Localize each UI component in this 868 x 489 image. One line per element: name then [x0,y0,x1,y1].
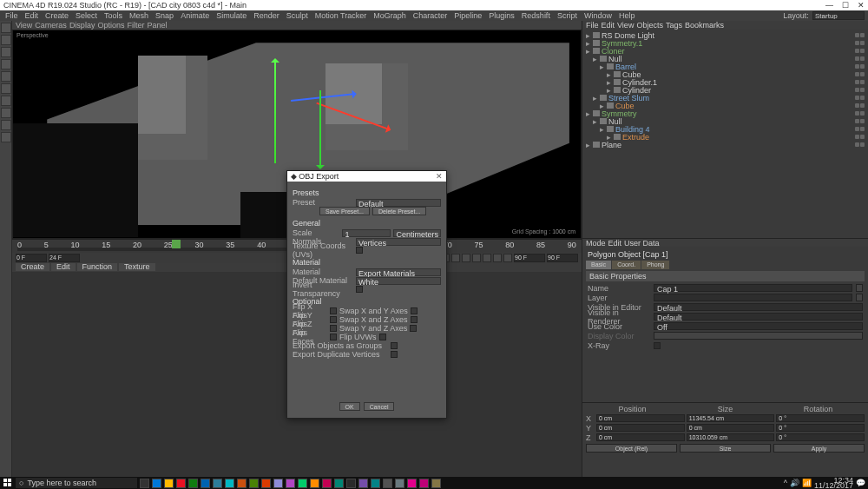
tool-move[interactable] [1,35,11,45]
expand-icon[interactable]: ▸ [586,47,593,56]
menu-render[interactable]: Render [252,11,281,20]
object-manager-tree[interactable]: ▸RS Dome Light▸Symmetry.1▸Cloner▸Null▸Ba… [582,30,868,238]
menu-animate[interactable]: Animate [179,11,211,20]
swapyz-checkbox[interactable] [410,325,417,332]
key-pos-button[interactable] [462,254,470,262]
object-tree-item[interactable]: ▸Symmetry [582,109,868,117]
attr-layer-spin[interactable] [856,294,863,301]
taskbar-app[interactable] [298,479,307,488]
object-visibility-dots[interactable] [855,135,865,139]
attr-vis-renderer-dropdown[interactable]: Default [654,313,863,320]
attr-tab-basic[interactable]: Basic [586,261,611,269]
normals-dropdown[interactable]: Vertices [356,238,441,246]
key-rot-button[interactable] [483,254,491,262]
coord-size-input[interactable]: 11345.54 cm [687,414,775,422]
taskbar-app[interactable] [334,479,344,488]
obj-menu-tags[interactable]: Tags [666,21,682,30]
key-scale-button[interactable] [472,254,481,262]
coord-mode-dropdown[interactable]: Object (Rel) [586,444,677,453]
menu-redshift[interactable]: Redshift [520,11,552,20]
current-frame-input[interactable] [49,254,80,262]
coord-size-input[interactable]: 0 cm [687,424,775,432]
obj-menu-objects[interactable]: Objects [636,21,663,30]
delete-preset-button[interactable]: Delete Preset... [372,207,426,215]
object-visibility-dots[interactable] [855,49,865,53]
tool-scale[interactable] [1,47,11,57]
menu-create[interactable]: Create [43,11,70,20]
taskbar-app[interactable] [310,479,319,488]
taskbar-app[interactable] [273,479,283,488]
taskbar-app[interactable] [261,479,271,488]
preset-dropdown[interactable]: Default [356,199,441,207]
menu-snap[interactable]: Snap [154,11,175,20]
attr-displaycolor-swatch[interactable] [654,332,863,340]
vp-menu-display[interactable]: Display [69,21,95,30]
attr-tab-coord[interactable]: Coord. [612,261,641,269]
gizmo-y-axis-secondary[interactable] [319,90,321,169]
attr-usecolor-dropdown[interactable]: Off [654,322,863,330]
object-visibility-dots[interactable] [855,41,865,45]
menu-motiontracker[interactable]: Motion Tracker [313,11,369,20]
object-tree-item[interactable]: ▸Symmetry.1 [582,39,868,47]
attr-menu-edit[interactable]: Edit [608,239,622,248]
mat-tab-edit[interactable]: Edit [51,263,76,271]
taskbar-app[interactable] [358,479,368,488]
scale-unit-dropdown[interactable]: Centimeters [393,229,441,237]
expand-icon[interactable]: ▸ [586,109,593,118]
export-dup-verts-checkbox[interactable] [391,351,398,358]
tray-chevron-up-icon[interactable]: ^ [784,479,787,487]
attr-tab-phong[interactable]: Phong [641,261,669,269]
taskbar-app-c4d[interactable] [383,479,392,488]
expand-icon[interactable]: ▸ [586,141,593,149]
attr-name-input[interactable]: Cap 1 [654,284,852,292]
tool-workplane[interactable] [1,96,11,106]
default-material-dropdown[interactable]: White [356,277,441,285]
attr-xray-checkbox[interactable] [654,342,661,349]
expand-icon[interactable]: ▸ [593,55,600,63]
tool-points[interactable] [1,108,11,118]
tool-rotate[interactable] [1,59,11,69]
range-end-input[interactable] [514,254,545,262]
layout-dropdown[interactable] [812,11,865,20]
dialog-close-button[interactable]: ✕ [436,172,443,181]
range-start-input[interactable] [16,254,47,262]
taskbar-app[interactable] [213,479,222,488]
autokey-button[interactable] [451,254,460,262]
key-pla-button[interactable] [503,254,512,262]
object-visibility-dots[interactable] [855,80,865,84]
coord-rotation-input[interactable]: 0 ° [776,424,865,432]
vp-menu-view[interactable]: View [16,21,32,30]
expand-icon[interactable]: ▸ [600,63,607,71]
taskbar-app-explorer[interactable] [164,479,174,488]
object-tree-item[interactable]: ▸Cloner [582,47,868,55]
tool-polygons[interactable] [1,132,11,142]
expand-icon[interactable]: ▸ [600,125,607,134]
taskbar-clock[interactable]: 12:34 11/12/2017 [814,478,853,488]
swapxz-checkbox[interactable] [411,316,418,323]
object-visibility-dots[interactable] [855,64,865,69]
attr-name-spin[interactable] [856,284,863,292]
taskbar-app[interactable] [249,479,259,488]
tool-live-select[interactable] [1,23,11,33]
taskbar-app[interactable] [188,479,198,488]
ok-button[interactable]: OK [339,402,360,411]
mat-tab-function[interactable]: Function [77,263,118,271]
attr-layer-input[interactable] [654,294,852,301]
tool-texture[interactable] [1,83,11,94]
range-total-input[interactable] [547,254,578,262]
vp-menu-cameras[interactable]: Cameras [35,21,67,30]
menu-select[interactable]: Select [74,11,99,20]
taskbar-search[interactable]: ○ Type here to search [16,478,137,488]
menu-simulate[interactable]: Simulate [214,11,248,20]
object-visibility-dots[interactable] [855,127,865,131]
mat-tab-texture[interactable]: Texture [119,263,155,271]
coord-size-input[interactable]: 10310.059 cm [687,433,775,441]
flipx-checkbox[interactable] [330,307,337,314]
vp-menu-options[interactable]: Options [97,21,124,30]
tray-volume-icon[interactable]: 🔊 [790,479,799,487]
swapxy-checkbox[interactable] [411,307,418,314]
taskbar-app[interactable] [431,479,441,488]
flipuvw-checkbox[interactable] [379,334,386,340]
taskbar-app[interactable] [419,479,429,488]
obj-menu-file[interactable]: File [586,21,599,30]
